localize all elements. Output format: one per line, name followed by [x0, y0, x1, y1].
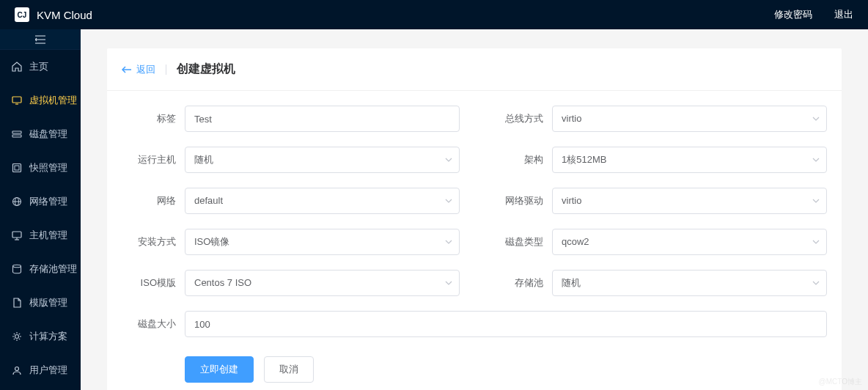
sidebar-item-network[interactable]: 网络管理	[0, 185, 81, 218]
disk-size-input[interactable]	[185, 311, 827, 337]
form-card: 返回 创建虚拟机 标签 总线方式 virtio	[107, 48, 842, 390]
page-title: 创建虚拟机	[177, 62, 235, 77]
arrow-left-icon	[122, 65, 132, 75]
svg-point-16	[15, 335, 19, 339]
logout-link[interactable]: 退出	[834, 8, 853, 21]
menu-collapse-icon	[35, 35, 45, 44]
sidebar-item-label: 主页	[29, 60, 48, 73]
form-body: 标签 总线方式 virtio 运行主机	[107, 91, 842, 390]
app-header: CJ KVM Cloud 修改密码 退出	[0, 0, 868, 29]
sidebar-item-label: 计算方案	[29, 330, 67, 343]
compute-icon	[12, 331, 22, 342]
main-content: 返回 创建虚拟机 标签 总线方式 virtio	[81, 29, 868, 390]
iso-select[interactable]: Centos 7 ISO	[185, 270, 460, 296]
sidebar-item-disk[interactable]: 磁盘管理	[0, 117, 81, 151]
network-label: 网络	[122, 194, 176, 207]
net-driver-label: 网络驱动	[489, 194, 543, 207]
sidebar-item-compute[interactable]: 计算方案	[0, 320, 81, 353]
svg-point-25	[15, 367, 19, 371]
svg-rect-6	[12, 135, 21, 137]
pool-label: 存储池	[489, 276, 543, 290]
sidebar-item-label: 快照管理	[29, 161, 67, 174]
sidebar-item-label: 虚拟机管理	[29, 94, 77, 107]
sidebar-toggle-button[interactable]	[0, 29, 81, 50]
back-label: 返回	[136, 63, 155, 76]
svg-rect-3	[12, 97, 21, 103]
snapshot-icon	[12, 163, 22, 173]
sidebar-item-label: 模版管理	[29, 296, 67, 309]
home-icon	[12, 62, 22, 72]
storage-icon	[12, 264, 22, 274]
iso-label: ISO模版	[122, 276, 176, 290]
cancel-button[interactable]: 取消	[264, 356, 314, 383]
sidebar-item-label: 用户管理	[29, 364, 67, 377]
sidebar-item-user[interactable]: 用户管理	[0, 353, 81, 387]
svg-rect-7	[13, 164, 21, 172]
disk-size-label: 磁盘大小	[122, 317, 176, 331]
sidebar-item-snapshot[interactable]: 快照管理	[0, 151, 81, 185]
sidebar-item-host[interactable]: 主机管理	[0, 218, 81, 252]
arch-select[interactable]: 1核512MB	[552, 147, 827, 173]
install-select[interactable]: ISO镜像	[185, 229, 460, 255]
svg-rect-12	[12, 232, 21, 238]
host-label: 运行主机	[122, 153, 176, 166]
pool-select[interactable]: 随机	[552, 270, 827, 296]
svg-point-15	[13, 265, 21, 268]
back-link[interactable]: 返回	[122, 63, 155, 76]
sidebar-item-home[interactable]: 主页	[0, 50, 81, 84]
disk-type-label: 磁盘类型	[489, 235, 543, 249]
brand-title: KVM Cloud	[37, 9, 92, 21]
card-header: 返回 创建虚拟机	[107, 48, 842, 91]
sidebar-item-storage[interactable]: 存储池管理	[0, 252, 81, 286]
tag-label: 标签	[122, 112, 176, 125]
sidebar-item-monitor[interactable]: 虚拟机管理	[0, 84, 81, 117]
sidebar-item-label: 主机管理	[29, 229, 67, 242]
sidebar-item-template[interactable]: 模版管理	[0, 286, 81, 320]
svg-rect-5	[12, 131, 21, 133]
bus-label: 总线方式	[489, 112, 543, 125]
svg-line-23	[14, 339, 15, 339]
change-password-link[interactable]: 修改密码	[774, 8, 812, 21]
svg-line-24	[19, 334, 20, 334]
divider	[166, 65, 166, 75]
header-left: CJ KVM Cloud	[15, 7, 92, 22]
header-right: 修改密码 退出	[774, 8, 853, 21]
create-button[interactable]: 立即创建	[185, 356, 254, 383]
svg-line-21	[14, 334, 15, 334]
sidebar: 主页虚拟机管理磁盘管理快照管理网络管理主机管理存储池管理模版管理计算方案用户管理	[0, 29, 81, 390]
watermark: @MCTO博主	[819, 377, 862, 387]
tag-input[interactable]	[185, 106, 460, 132]
monitor-icon	[12, 95, 22, 106]
svg-line-22	[19, 339, 20, 339]
user-icon	[12, 365, 22, 375]
disk-type-select[interactable]: qcow2	[552, 229, 827, 255]
sidebar-item-label: 磁盘管理	[29, 128, 67, 141]
host-icon	[12, 230, 22, 240]
network-icon	[12, 196, 22, 207]
bus-select[interactable]: virtio	[552, 106, 827, 132]
disk-icon	[12, 129, 22, 139]
network-select[interactable]: default	[185, 188, 460, 214]
sidebar-item-label: 存储池管理	[29, 262, 77, 276]
svg-rect-8	[15, 166, 19, 170]
host-select[interactable]: 随机	[185, 147, 460, 173]
net-driver-select[interactable]: virtio	[552, 188, 827, 214]
logo-icon: CJ	[15, 7, 29, 22]
template-icon	[12, 298, 22, 308]
arch-label: 架构	[489, 153, 543, 166]
sidebar-item-label: 网络管理	[29, 195, 67, 208]
install-label: 安装方式	[122, 235, 176, 249]
